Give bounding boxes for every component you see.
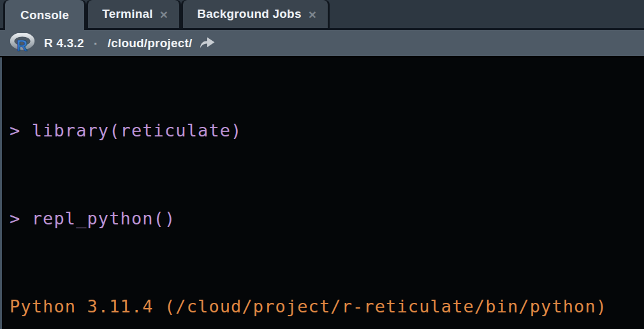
tab-console-label: Console: [20, 8, 69, 22]
r-version-label: R 4.3.2: [44, 36, 84, 50]
working-directory-path[interactable]: /cloud/project/: [108, 36, 193, 50]
r-logo-letter: R: [17, 37, 27, 53]
tab-terminal[interactable]: Terminal ×: [88, 0, 179, 28]
console-line: > repl_python(): [10, 204, 644, 233]
close-icon[interactable]: ×: [309, 8, 316, 21]
console-output[interactable]: > library(reticulate) > repl_python() Py…: [0, 57, 644, 329]
console-line: Python 3.11.4 (/cloud/project/r-reticula…: [10, 292, 644, 321]
console-pane-tab-bar: Console Terminal × Background Jobs ×: [0, 0, 644, 30]
tab-background-jobs[interactable]: Background Jobs ×: [183, 0, 328, 28]
tab-background-jobs-label: Background Jobs: [197, 7, 301, 21]
console-toolbar: R R 4.3.2 · /cloud/project/: [0, 30, 644, 57]
tab-terminal-label: Terminal: [102, 7, 152, 21]
console-line: > library(reticulate): [10, 116, 644, 145]
r-logo-icon: R: [10, 33, 36, 53]
separator-dot: ·: [94, 36, 98, 51]
tab-console[interactable]: Console: [5, 0, 84, 30]
close-icon[interactable]: ×: [160, 8, 168, 21]
goto-working-directory-icon[interactable]: [198, 36, 216, 50]
